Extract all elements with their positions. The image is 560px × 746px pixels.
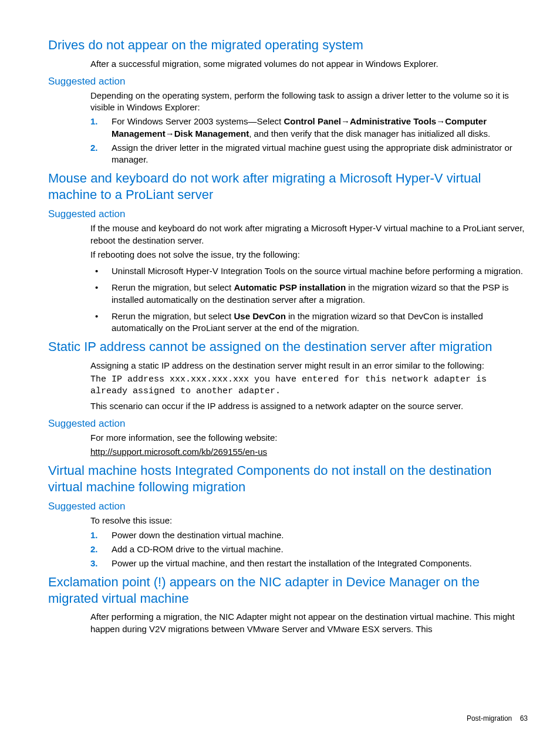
- code-block: The IP address xxx.xxx.xxx.xxx you have …: [90, 374, 528, 398]
- footer-page-number: 63: [520, 714, 528, 723]
- list-item: 2.Assign the driver letter in the migrat…: [112, 142, 528, 166]
- list-item: Rerun the migration, but select Automati…: [112, 282, 528, 306]
- subheading-suggested-action: Suggested action: [48, 501, 528, 512]
- list-marker: 1.: [90, 529, 108, 541]
- ordered-list: 1.For Windows Server 2003 systems—Select…: [90, 116, 528, 166]
- subheading-suggested-action: Suggested action: [48, 208, 528, 220]
- page-content: Drives do not appear on the migrated ope…: [0, 0, 560, 661]
- support-link[interactable]: http://support.microsoft.com/kb/269155/e…: [90, 447, 267, 457]
- list-item: 3.Power up the virtual machine, and then…: [112, 558, 528, 569]
- list-marker: 3.: [90, 558, 108, 569]
- list-item: 1.For Windows Server 2003 systems—Select…: [112, 116, 528, 140]
- list-item: 2.Add a CD-ROM drive to the virtual mach…: [112, 544, 528, 555]
- footer-section-label: Post-migration: [467, 714, 512, 723]
- body-text: Depending on the operating system, perfo…: [90, 90, 528, 114]
- heading-integrated-components: Virtual machine hosts Integrated Compone…: [48, 463, 528, 495]
- page-footer: Post-migration 63: [467, 714, 528, 723]
- subheading-suggested-action: Suggested action: [48, 76, 528, 87]
- bullet-list: Uninstall Microsoft Hyper-V Integration …: [90, 265, 528, 334]
- list-text: Assign the driver letter in the migrated…: [112, 143, 512, 164]
- heading-static-ip: Static IP address cannot be assigned on …: [48, 339, 528, 355]
- heading-mouse-keyboard: Mouse and keyboard do not work after mig…: [48, 170, 528, 202]
- body-text: For more information, see the following …: [90, 432, 528, 458]
- list-marker: 2.: [90, 142, 108, 154]
- heading-drives-not-appear: Drives do not appear on the migrated ope…: [48, 37, 528, 53]
- body-text: Assigning a static IP address on the des…: [90, 360, 528, 412]
- list-marker: 2.: [90, 544, 108, 555]
- list-item: Uninstall Microsoft Hyper-V Integration …: [112, 265, 528, 277]
- intro-text: After a successful migration, some migra…: [90, 58, 528, 70]
- body-text: To resolve this issue:: [90, 515, 528, 526]
- list-item: Rerun the migration, but select Use DevC…: [112, 310, 528, 335]
- list-marker: 1.: [90, 116, 108, 127]
- list-item: 1.Power down the destination virtual mac…: [112, 529, 528, 541]
- heading-exclamation-nic: Exclamation point (!) appears on the NIC…: [48, 574, 528, 606]
- subheading-suggested-action: Suggested action: [48, 418, 528, 430]
- body-text: If the mouse and keyboard do not work af…: [90, 222, 528, 261]
- body-text: After performing a migration, the NIC Ad…: [90, 611, 528, 635]
- ordered-list: 1.Power down the destination virtual mac…: [90, 529, 528, 570]
- list-text: For Windows Server 2003 systems—Select C…: [112, 116, 490, 138]
